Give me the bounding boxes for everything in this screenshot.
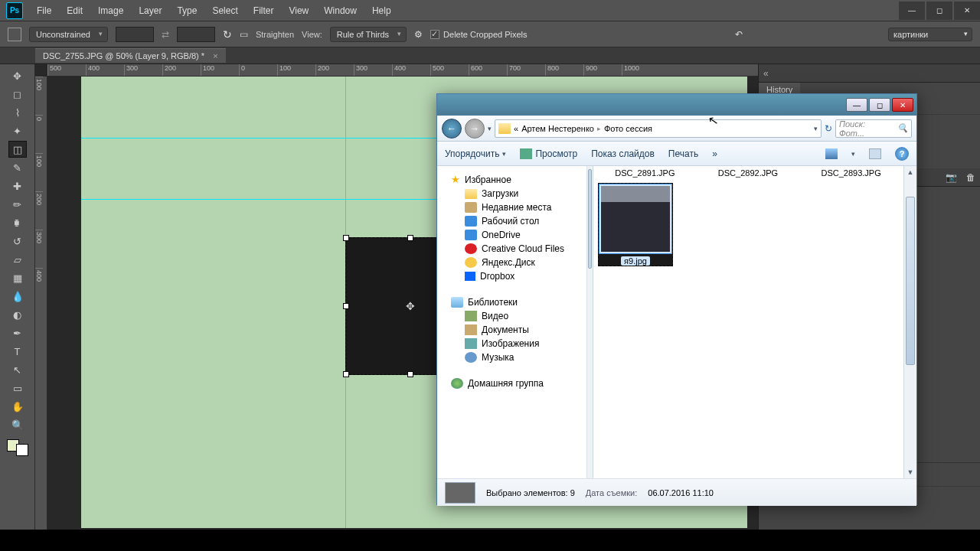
camera-icon[interactable]: 📷	[946, 172, 957, 183]
menu-select[interactable]: Select	[204, 1, 245, 21]
explorer-close-button[interactable]: ✕	[892, 98, 913, 112]
pen-tool[interactable]: ✒	[8, 324, 27, 341]
transform-handle[interactable]	[343, 371, 349, 377]
trash-icon[interactable]: 🗑	[966, 172, 975, 183]
organize-menu[interactable]: Упорядочить	[445, 148, 506, 159]
straighten-icon[interactable]: ▭	[240, 29, 248, 40]
preview-pane-icon[interactable]	[869, 148, 881, 159]
file-list-scrollbar[interactable]: ▲ ▼	[903, 166, 916, 478]
print-button[interactable]: Печать	[668, 148, 698, 159]
rotate-icon[interactable]: ↻	[223, 28, 232, 41]
address-dropdown-icon[interactable]: ▾	[814, 125, 818, 132]
help-icon[interactable]: ?	[895, 147, 909, 161]
explorer-titlebar[interactable]: — ◻ ✕	[437, 94, 916, 116]
address-breadcrumb[interactable]: « Артем Нестеренко ▸ Фото сессия ▾	[495, 119, 822, 138]
recent-locations-icon[interactable]: ▾	[488, 125, 492, 132]
transform-handle[interactable]	[343, 303, 349, 309]
ps-close-button[interactable]: ✕	[954, 2, 980, 20]
transform-handle[interactable]	[343, 235, 349, 241]
preview-button[interactable]: Просмотр	[520, 148, 577, 159]
collapse-icon[interactable]: «	[763, 68, 769, 79]
slideshow-button[interactable]: Показ слайдов	[591, 148, 655, 159]
refresh-icon[interactable]: ↻	[825, 123, 832, 134]
favorites-group[interactable]: ★Избранное	[437, 171, 586, 187]
crop-tool[interactable]: ◫	[8, 141, 27, 158]
tree-item-recent[interactable]: Недавние места	[437, 201, 586, 214]
tree-item-yandex[interactable]: Яндекс.Диск	[437, 256, 586, 269]
tree-item-desktop[interactable]: Рабочий стол	[437, 214, 586, 228]
tree-item-documents[interactable]: Документы	[437, 323, 586, 337]
file-thumb[interactable]: я9.jpg	[598, 183, 673, 266]
hand-tool[interactable]: ✋	[8, 398, 27, 415]
brush-tool[interactable]: ✏	[8, 196, 27, 213]
straighten-button[interactable]: Straighten	[256, 30, 294, 39]
history-brush-tool[interactable]: ↺	[8, 233, 27, 249]
view-dropdown-icon[interactable]: ▾	[851, 150, 855, 158]
gear-icon[interactable]: ⚙	[414, 29, 423, 40]
nav-back-button[interactable]: ←	[442, 119, 462, 139]
menu-view[interactable]: View	[281, 1, 316, 21]
menu-edit[interactable]: Edit	[59, 1, 90, 21]
eyedropper-tool[interactable]: ✎	[8, 159, 27, 176]
move-tool[interactable]: ✥	[8, 67, 27, 84]
ruler-vertical[interactable]: 100 0 100 200 300 400	[35, 77, 47, 533]
breadcrumb-segment[interactable]: Фото сессия	[604, 124, 652, 133]
tree-item-cc[interactable]: Creative Cloud Files	[437, 242, 586, 256]
width-field[interactable]	[116, 27, 154, 42]
workspace-switcher[interactable]: картинки	[888, 28, 972, 41]
transform-handle[interactable]	[407, 235, 413, 241]
breadcrumb-segment[interactable]: Артем Нестеренко	[521, 124, 594, 133]
aspect-ratio-combo[interactable]: Unconstrained	[29, 27, 108, 42]
color-swatches[interactable]	[7, 439, 28, 456]
delete-cropped-checkbox[interactable]: Delete Cropped Pixels	[430, 30, 527, 39]
explorer-search-input[interactable]: Поиск: Фот... 🔍	[835, 119, 912, 138]
lasso-tool[interactable]: ⌇	[8, 104, 27, 121]
heal-tool[interactable]: ✚	[8, 178, 27, 194]
nav-forward-button[interactable]: →	[465, 119, 485, 139]
ruler-horizontal[interactable]: 500 400 300 200 100 0 100 200 300 400 50…	[47, 64, 758, 77]
stamp-tool[interactable]: ⧯	[8, 214, 27, 231]
tree-item-video[interactable]: Видео	[437, 309, 586, 323]
height-field[interactable]	[177, 27, 215, 42]
dodge-tool[interactable]: ◐	[8, 306, 27, 323]
ps-maximize-button[interactable]: ◻	[926, 2, 952, 20]
menu-window[interactable]: Window	[316, 1, 364, 21]
eraser-tool[interactable]: ▱	[8, 251, 27, 268]
homegroup-group[interactable]: Домашняя группа	[437, 375, 586, 390]
tree-item-downloads[interactable]: Загрузки	[437, 187, 586, 201]
menu-filter[interactable]: Filter	[246, 1, 282, 21]
path-tool[interactable]: ↖	[8, 361, 27, 378]
file-explorer-window[interactable]: — ◻ ✕ ← → ▾ « Артем Нестеренко ▸ Фото се…	[436, 93, 917, 505]
menu-file[interactable]: File	[29, 1, 59, 21]
tree-item-dropbox[interactable]: Dropbox	[437, 269, 586, 283]
blur-tool[interactable]: 💧	[8, 288, 27, 305]
more-commands-button[interactable]: »	[712, 148, 717, 159]
libraries-group[interactable]: Библиотеки	[437, 294, 586, 309]
type-tool[interactable]: T	[8, 343, 27, 360]
document-tab[interactable]: DSC_2755.JPG @ 50% (Layer 9, RGB/8) * ×	[35, 48, 226, 63]
scrollbar-thumb[interactable]	[906, 197, 915, 365]
shape-tool[interactable]: ▭	[8, 380, 27, 396]
close-tab-icon[interactable]: ×	[213, 51, 217, 60]
tree-item-onedrive[interactable]: OneDrive	[437, 228, 586, 242]
tree-item-music[interactable]: Музыка	[437, 350, 586, 364]
menu-image[interactable]: Image	[90, 1, 131, 21]
menu-layer[interactable]: Layer	[131, 1, 169, 21]
swap-dimensions-icon[interactable]: ⇄	[162, 29, 169, 40]
marquee-tool[interactable]: ◻	[8, 86, 27, 103]
menu-type[interactable]: Type	[169, 1, 204, 21]
ps-minimize-button[interactable]: —	[899, 2, 925, 20]
gradient-tool[interactable]: ▦	[8, 269, 27, 286]
view-mode-icon[interactable]	[825, 148, 838, 159]
overlay-view-combo[interactable]: Rule of Thirds	[330, 27, 407, 42]
tree-scrollbar[interactable]	[587, 166, 593, 478]
background-swatch[interactable]	[16, 444, 28, 456]
reset-crop-icon[interactable]: ↶	[735, 29, 743, 40]
scroll-up-icon[interactable]: ▲	[904, 166, 916, 178]
menu-help[interactable]: Help	[364, 1, 399, 21]
explorer-minimize-button[interactable]: —	[846, 98, 867, 112]
scroll-down-icon[interactable]: ▼	[904, 466, 916, 478]
tree-item-images[interactable]: Изображения	[437, 337, 586, 350]
zoom-tool[interactable]: 🔍	[8, 416, 27, 433]
transform-handle[interactable]	[407, 371, 413, 377]
